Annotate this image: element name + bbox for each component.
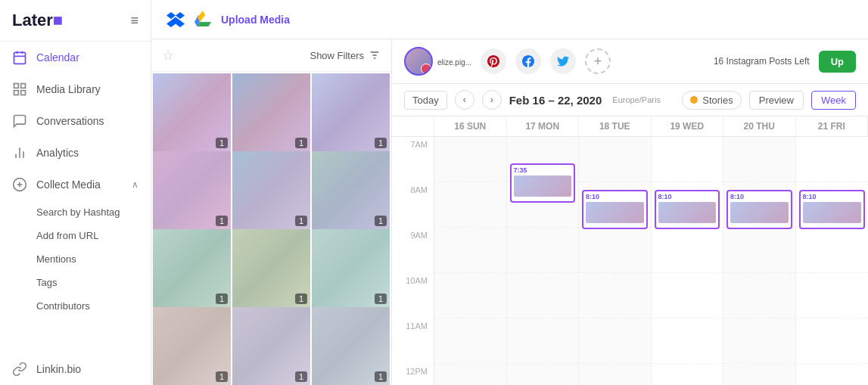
pinterest-button[interactable] (481, 48, 506, 74)
day-columns: 7:35 (434, 137, 868, 385)
submenu-contributors[interactable]: Contributors (0, 294, 151, 318)
show-filters-button[interactable]: Show Filters (310, 49, 381, 61)
event-time-wed: 8:10 (658, 193, 672, 200)
sidebar-item-conversations[interactable]: Conversations (0, 105, 151, 137)
posts-left-label: 16 Instagram Posts Left (714, 56, 810, 67)
hour-row (434, 228, 506, 273)
date-range-label: Feb 16 – 22, 2020 (509, 94, 602, 107)
main-area: Upload Media ☆ Show Filters 1 1 1 1 1 (151, 0, 868, 385)
hour-row (723, 228, 795, 273)
top-bar: Upload Media (151, 0, 868, 39)
media-thumb[interactable]: 1 (232, 151, 310, 229)
facebook-button[interactable] (515, 48, 541, 74)
submenu-search-hashtag[interactable]: Search by Hashtag (0, 200, 151, 224)
pinterest-icon (487, 55, 499, 67)
upload-media-button[interactable]: Upload Media (221, 14, 290, 26)
day-col-tue[interactable]: 8:10 (579, 137, 652, 385)
calendar-event-tue[interactable]: 8:10 (582, 190, 648, 229)
sidebar-item-calendar[interactable]: Calendar (0, 42, 151, 73)
next-week-button[interactable]: › (482, 90, 502, 110)
profile-username: elize.pig... (437, 58, 471, 67)
hour-row (796, 364, 869, 385)
media-thumb[interactable]: 1 (153, 229, 231, 307)
week-button[interactable]: Week (811, 91, 856, 110)
hour-row (579, 318, 651, 364)
event-time-tue: 8:10 (586, 193, 599, 200)
add-social-button[interactable]: + (585, 48, 611, 74)
calendar-header: elize.pig... + 16 Instagram Posts Left U… (392, 39, 868, 84)
sidebar: Later■ ≡ Calendar Media Library Conversa… (0, 0, 151, 385)
event-time-fri: 8:10 (803, 193, 817, 200)
submenu-tags[interactable]: Tags (0, 271, 151, 294)
star-icon[interactable]: ☆ (162, 47, 174, 64)
calendar-body: 16 SUN 17 MON 18 TUE 19 WED 20 THU 21 FR… (392, 116, 868, 385)
media-thumb[interactable]: 1 (232, 307, 310, 385)
media-thumb[interactable]: 1 (232, 73, 310, 151)
hour-row (723, 364, 795, 385)
gdrive-icon[interactable] (194, 11, 212, 29)
content-area: ☆ Show Filters 1 1 1 1 1 1 1 1 1 1 (151, 39, 868, 385)
linkinbio-icon (12, 362, 27, 377)
calendar-icon (12, 50, 27, 65)
logo-dot: ■ (53, 11, 63, 29)
preview-button[interactable]: Preview (749, 91, 804, 110)
sidebar-item-collect-media[interactable]: Collect Media ∧ (0, 169, 151, 200)
day-col-thu[interactable]: 8:10 (723, 137, 796, 385)
svg-rect-4 (14, 84, 19, 88)
dropbox-icon[interactable] (166, 11, 185, 29)
today-button[interactable]: Today (404, 91, 447, 110)
sidebar-item-analytics-label: Analytics (36, 147, 138, 159)
stories-button[interactable]: Stories (682, 91, 741, 110)
twitter-icon (557, 55, 569, 67)
media-thumb[interactable]: 1 (232, 229, 310, 307)
sidebar-item-linkinbio[interactable]: Linkin.bio (0, 353, 151, 385)
day-col-mon[interactable]: 7:35 (507, 137, 580, 385)
event-time-thu: 8:10 (730, 193, 744, 200)
submenu-mentions[interactable]: Mentions (0, 247, 151, 271)
hour-row (579, 273, 651, 318)
calendar-panel: elize.pig... + 16 Instagram Posts Left U… (392, 39, 868, 385)
hour-row (434, 137, 506, 182)
calendar-event-thu[interactable]: 8:10 (726, 190, 792, 229)
time-9am: 9AM (392, 228, 434, 273)
day-col-wed[interactable]: 8:10 (652, 137, 724, 385)
hour-row (652, 137, 723, 182)
timezone-label: Europe/Paris (612, 95, 661, 104)
media-thumb[interactable]: 1 (153, 151, 231, 229)
hamburger-button[interactable]: ≡ (130, 13, 138, 29)
prev-week-button[interactable]: ‹ (455, 90, 474, 110)
sidebar-item-media-library[interactable]: Media Library (0, 73, 151, 105)
media-thumb[interactable]: 1 (312, 151, 390, 229)
hour-row (723, 137, 795, 182)
sidebar-item-analytics[interactable]: Analytics (0, 137, 151, 169)
media-thumb[interactable]: 1 (153, 307, 231, 385)
hour-row (796, 137, 869, 182)
media-thumb[interactable]: 1 (153, 73, 231, 151)
day-col-sun[interactable] (434, 137, 507, 385)
media-thumb[interactable]: 1 (312, 73, 390, 151)
hour-row (796, 318, 869, 364)
hour-row (652, 364, 723, 385)
day-header-mon: 17 MON (507, 116, 580, 136)
submenu-add-from-url[interactable]: Add from URL (0, 224, 151, 247)
media-thumb[interactable]: 1 (312, 307, 390, 385)
hour-row (507, 228, 579, 273)
calendar-event-mon[interactable]: 7:35 (510, 163, 576, 203)
upgrade-button[interactable]: Up (819, 51, 856, 73)
media-panel: ☆ Show Filters 1 1 1 1 1 1 1 1 1 1 (151, 39, 392, 385)
twitter-button[interactable] (550, 48, 576, 74)
hour-row (652, 318, 723, 364)
media-thumb[interactable]: 1 (312, 229, 390, 307)
calendar-event-fri[interactable]: 8:10 (799, 190, 866, 229)
app-logo: Later■ (12, 11, 63, 30)
day-col-fri[interactable]: 8:10 (796, 137, 869, 385)
avatar[interactable] (404, 47, 433, 76)
calendar-event-wed[interactable]: 8:10 (655, 190, 720, 229)
hour-row (723, 318, 795, 364)
calendar-nav: Today ‹ › Feb 16 – 22, 2020 Europe/Paris… (392, 84, 868, 116)
hour-row (434, 182, 506, 228)
stories-dot-icon (690, 96, 698, 104)
svg-rect-7 (14, 91, 19, 95)
sidebar-item-media-library-label: Media Library (36, 83, 138, 95)
event-time-mon: 7:35 (514, 166, 527, 174)
